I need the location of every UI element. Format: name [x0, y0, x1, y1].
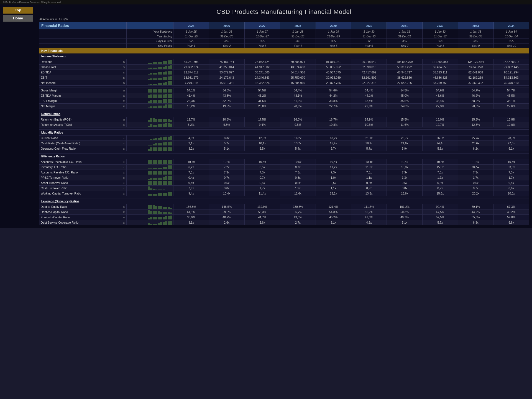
section-header: Key Financials	[39, 48, 529, 53]
meta-row: Days in Year3653653653663653653653663653…	[39, 39, 529, 44]
table-row: Debt-to-Equity Ratio%156,8%148,5%139,9%1…	[39, 204, 529, 209]
year-header-2032: 2032	[422, 22, 458, 29]
table-row: Net Income$7.279.91915.019.35115.382.826…	[39, 80, 529, 86]
empty-row	[39, 109, 529, 111]
page-title-area: CBD Products Manufacturing Financial Mod…	[39, 4, 529, 17]
year-header-2028: 2028	[280, 22, 316, 29]
year-header-2034: 2034	[493, 22, 529, 29]
meta-row: Year Beginning1-Jan-251-Jan-261-Jan-271-…	[39, 29, 529, 34]
table-row: Operating Cash Flow Ratiox3,2x5,1x5,5x5,…	[39, 146, 529, 151]
subsection-header: Leverage (Solvency) Ratios	[39, 198, 529, 204]
meta-row: Year Ending31-Dec-2531-Dec-2631-Dec-2731…	[39, 34, 529, 39]
empty-row	[39, 151, 529, 154]
table-row: Asset Turnover Ratiox0,4x0,5x0,5x0,5x0,5…	[39, 180, 529, 186]
year-header-2033: 2033	[458, 22, 493, 29]
financial-ratios-header: Financial Ratios	[39, 22, 121, 29]
table-row: PP&E Turnover Ratiox0,4x0,7x0,7x0,8x1,0x…	[39, 175, 529, 180]
top-button[interactable]: Top	[3, 7, 33, 14]
subsection-header: Return Ratios	[39, 111, 529, 117]
table-row: EBITDA Margin%41,4%43,8%43,2%43,1%44,2%4…	[39, 93, 529, 98]
year-header-2029: 2029	[316, 22, 351, 29]
column-header-row: Financial Ratios 2025 2026 2027 2028 202…	[39, 22, 529, 29]
table-row: Gross Profit$29.882.87441.355.01441.917.…	[39, 65, 529, 70]
table-row: Working Capital Turnover Ratiox9,4x10,4x…	[39, 191, 529, 196]
empty-row	[39, 86, 529, 88]
table-row: Net Margin%13,2%19,9%20,0%20,6%22,7%22,9…	[39, 104, 529, 109]
meta-row: Year PeriodYear 1Year 2Year 3Year 4Year …	[39, 44, 529, 48]
top-bar: © Profit Vision Financial Services. All …	[0, 0, 532, 4]
table-row: Cash Ratio (Cash Asset Ratio)x2,1x5,7x10…	[39, 141, 529, 146]
table-row: Debt Service Coverage Ratiox3,1x2,6x2,6x…	[39, 220, 529, 225]
table-row: Accounts Receivable T.O. Ratiox10,4x10,4…	[39, 159, 529, 165]
table-row: Revenue$55.261.39675.487.73476.942.72480…	[39, 59, 529, 65]
home-button[interactable]: Home	[3, 15, 33, 22]
table-row: Accounts Payable T.O. Ratiox7,3x7,3x7,3x…	[39, 170, 529, 175]
table-row: Cash Turnover Ratiox7,9x3,0x1,7x1,2x1,1x…	[39, 186, 529, 191]
subsection-header: Liquidity Ratios	[39, 130, 529, 135]
table-row: Debt-to-Capital Ratio%61,1%59,8%58,3%56,…	[39, 209, 529, 215]
year-header-2025: 2025	[173, 22, 209, 29]
subsection-header: Income Statement	[39, 53, 529, 59]
table-row: EBIT Margin%25,3%32,0%31,6%31,9%33,8%33,…	[39, 98, 529, 104]
subsection-header: Efficiency Ratios	[39, 154, 529, 159]
table-row: Equity-to-Capital Ratio%38,9%40,2%41,7%4…	[39, 215, 529, 220]
table-row: EBIT$13.981.27924.179.64324.346.84325.75…	[39, 75, 529, 80]
year-header-2026: 2026	[209, 22, 244, 29]
copyright: © Profit Vision Financial Services. All …	[3, 1, 62, 4]
year-header-2031: 2031	[387, 22, 422, 29]
table-row: EBITDA$22.874.61233.072.97733.241.60534.…	[39, 70, 529, 75]
currency-note: All Amounts in USD ($)	[39, 17, 529, 22]
page-title: CBD Products Manufacturing Financial Mod…	[216, 8, 351, 15]
table-row: Current Ratiox4,9x8,3x12,6x16,2x18,2x21,…	[39, 135, 529, 141]
year-header-2027: 2027	[244, 22, 280, 29]
empty-row	[39, 196, 529, 198]
table-row: Inventory T.O. Ratiox6,2x7,2x8,5x8,7x11,…	[39, 165, 529, 170]
year-header-2030: 2030	[351, 22, 387, 29]
table-row: Gross Margin%54,1%54,8%54,5%54,4%54,6%54…	[39, 88, 529, 93]
empty-row	[39, 127, 529, 130]
table-row: Return on Assets (ROA)%5,2%9,8%9,4%9,5%1…	[39, 122, 529, 127]
table-row: Return on Equity (ROE)%12,7%20,8%17,5%16…	[39, 117, 529, 122]
